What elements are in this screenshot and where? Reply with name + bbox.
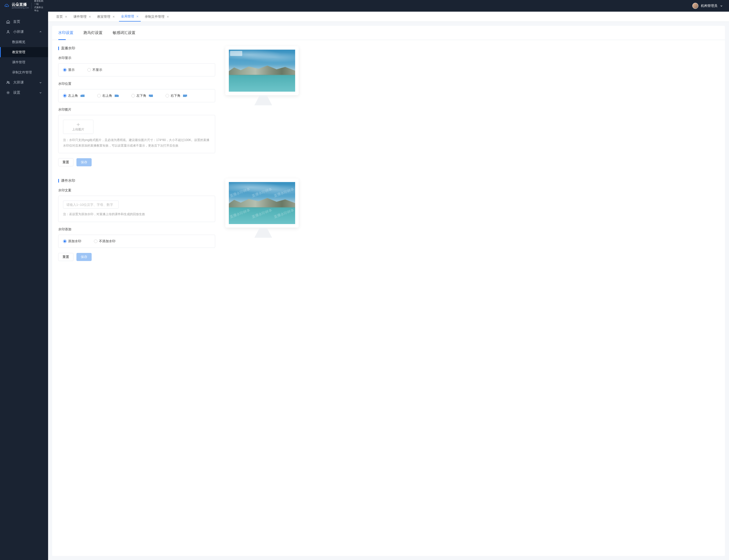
position-options: 左上角 右上角 左下角 右下角 <box>58 89 215 102</box>
text-hint: 注：若设置为添加水印，对直播上传的课件和生成的回放生效 <box>63 212 210 217</box>
watermark-text-overlay: 直播水印样本直播水印样本 直播水印样本直播水印样本 直播水印样本直播水印样本 <box>229 182 295 224</box>
save-button[interactable]: 保存 <box>76 158 92 166</box>
preview-monitor-cw: 直播水印样本直播水印样本 直播水印样本直播水印样本 直播水印样本直播水印样本 <box>225 178 301 238</box>
content: 水印设置 跑马灯设置 敏感词汇设置 直播水印 水印显示 显示 不显示 水印位置 … <box>52 26 725 556</box>
tab-sensitive[interactable]: 敏感词汇设置 <box>113 26 135 40</box>
logo-main: 云朵直播 <box>12 3 29 7</box>
upload-text: 上传图片 <box>72 127 84 132</box>
user-name[interactable]: 机构管理员 <box>701 4 717 8</box>
chevron-down-icon <box>39 81 42 84</box>
logo-area: 云朵直播 yunduoketang.com 教育机构一站 式服务云平台 <box>0 0 48 12</box>
tab-home[interactable]: 首页 <box>54 12 69 22</box>
svg-point-0 <box>8 31 9 32</box>
chevron-up-icon <box>39 30 42 33</box>
radio-pos-tl[interactable]: 左上角 <box>63 93 85 98</box>
add-options: 添加水印 不添加水印 <box>58 235 215 248</box>
tab-classroom[interactable]: 教室管理 <box>95 12 117 22</box>
upload-wrap: 上传图片 注：水印只支持png格式图片，且必须为透明底。建议最佳图片尺寸：174… <box>58 115 215 153</box>
close-icon[interactable] <box>89 15 91 18</box>
home-icon <box>6 20 10 24</box>
svg-point-1 <box>7 81 8 82</box>
nav-courseware[interactable]: 课件管理 <box>0 57 48 67</box>
logo-sub: yunduoketang.com <box>12 7 29 9</box>
radio-pos-tr[interactable]: 右上角 <box>97 93 119 98</box>
upload-box[interactable]: 上传图片 <box>63 120 93 134</box>
display-options: 显示 不显示 <box>58 63 215 76</box>
nav-settings[interactable]: 设置 <box>0 88 48 98</box>
header: 机构管理员 <box>48 0 729 12</box>
svg-point-2 <box>9 82 9 83</box>
text-label: 水印文案 <box>58 188 215 193</box>
display-label: 水印显示 <box>58 56 215 60</box>
nav-recording[interactable]: 录制文件管理 <box>0 67 48 77</box>
radio-hide[interactable]: 不显示 <box>87 68 102 72</box>
content-tabs: 水印设置 跑马灯设置 敏感词汇设置 <box>52 26 725 40</box>
chevron-down-icon <box>39 91 42 94</box>
watermark-text-input[interactable] <box>63 201 119 209</box>
nav-classroom[interactable]: 教室管理 <box>0 47 48 57</box>
radio-show[interactable]: 显示 <box>63 68 75 72</box>
position-label: 水印位置 <box>58 82 215 86</box>
logo-tagline: 教育机构一站 式服务云平台 <box>34 0 44 12</box>
image-label: 水印图片 <box>58 107 215 112</box>
close-icon[interactable] <box>65 15 67 18</box>
users-icon <box>6 30 10 34</box>
nav-overview[interactable]: 数据概览 <box>0 37 48 47</box>
tab-global[interactable]: 全局管理 <box>119 12 141 22</box>
close-icon[interactable] <box>112 15 115 18</box>
text-wrap: 注：若设置为添加水印，对直播上传的课件和生成的回放生效 <box>58 196 215 222</box>
upload-hint: 注：水印只支持png格式图片，且必须为透明底。建议最佳图片尺寸：174*80，大… <box>63 137 210 148</box>
section-cw-title: 课件水印 <box>58 178 215 183</box>
users-icon <box>6 81 10 85</box>
tab-watermark[interactable]: 水印设置 <box>58 26 73 40</box>
nav-home[interactable]: 首页 <box>0 17 48 27</box>
svg-point-3 <box>8 92 9 93</box>
breadcrumb-tabs: 首页 课件管理 教室管理 全局管理 录制文件管理 <box>48 12 729 22</box>
tab-recording[interactable]: 录制文件管理 <box>143 12 171 22</box>
reset-button[interactable]: 重置 <box>58 158 73 166</box>
radio-pos-br[interactable]: 右下角 <box>166 93 187 98</box>
section-live-title: 直播水印 <box>58 46 215 51</box>
radio-pos-bl[interactable]: 左下角 <box>131 93 153 98</box>
watermark-badge <box>230 51 242 56</box>
preview-monitor <box>225 46 301 105</box>
plus-icon <box>76 122 80 127</box>
radio-add-no[interactable]: 不添加水印 <box>94 239 115 244</box>
chevron-down-icon[interactable] <box>720 4 723 7</box>
close-icon[interactable] <box>136 15 139 18</box>
radio-add-yes[interactable]: 添加水印 <box>63 239 81 244</box>
tab-marquee[interactable]: 跑马灯设置 <box>84 26 103 40</box>
nav-bigclass[interactable]: 大班课 <box>0 77 48 88</box>
add-label: 水印添加 <box>58 227 215 232</box>
close-icon[interactable] <box>167 15 169 18</box>
tab-courseware[interactable]: 课件管理 <box>71 12 93 22</box>
sidebar: 云朵直播 yunduoketang.com 教育机构一站 式服务云平台 首页 小… <box>0 0 48 560</box>
logo-icon <box>4 2 9 9</box>
gear-icon <box>6 91 10 95</box>
nav: 首页 小班课 数据概览 教室管理 课件管理 录制文件管理 大班课 设置 <box>0 12 48 98</box>
save-button-cw[interactable]: 保存 <box>76 253 92 261</box>
avatar[interactable] <box>692 3 698 9</box>
nav-smallclass[interactable]: 小班课 <box>0 27 48 37</box>
reset-button-cw[interactable]: 重置 <box>58 253 73 261</box>
